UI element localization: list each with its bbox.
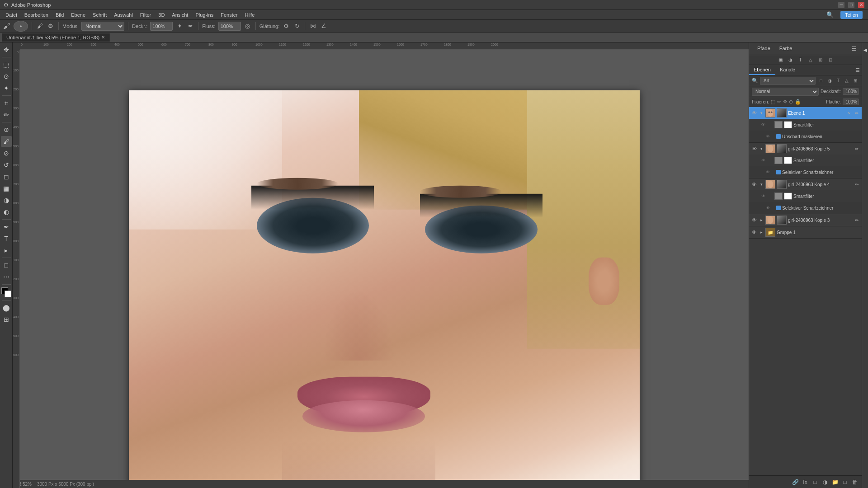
lock-transparent-icon[interactable]: ⬚ — [771, 99, 775, 105]
deckraft-input[interactable] — [150, 22, 173, 31]
menu-auswahl[interactable]: Auswahl — [110, 11, 137, 19]
canvas-document[interactable] — [129, 90, 640, 481]
layer-edit-ebene1[interactable]: ✏ — [854, 110, 860, 116]
symmetry-icon[interactable]: ⋈ — [309, 22, 317, 30]
fluss-input[interactable] — [218, 22, 241, 31]
menu-schrift[interactable]: Schrift — [89, 11, 110, 19]
collapse-button[interactable]: ◀ — [860, 44, 868, 55]
filter-adjustment-icon[interactable]: ◑ — [787, 56, 794, 64]
menu-ansicht[interactable]: Ansicht — [168, 11, 192, 19]
lock-pixels-icon[interactable]: ✏ — [777, 99, 781, 105]
blur-tool[interactable]: ◑ — [1, 195, 12, 206]
layer-fx-ebene1[interactable]: fx — [846, 110, 852, 116]
filter-text-icon[interactable]: T — [797, 56, 804, 64]
tab-ebenen[interactable]: Ebenen — [749, 65, 775, 75]
link-layers-button[interactable]: 🔗 — [791, 478, 799, 486]
fluss-icon[interactable]: ◎ — [244, 22, 252, 30]
layer-item-smartfilter3[interactable]: 👁 Smartfilter — [749, 190, 862, 202]
visibility-girl5[interactable]: 👁 — [751, 145, 757, 152]
visibility-girl4[interactable]: 👁 — [751, 181, 757, 188]
deckkraft-input[interactable] — [843, 88, 859, 95]
angle-icon[interactable]: ∠ — [320, 22, 328, 30]
path-select-tool[interactable]: ▸ — [1, 245, 12, 256]
tab-farbe[interactable]: Farbe — [775, 44, 797, 54]
layer-edit-girl4[interactable]: ✏ — [854, 181, 860, 188]
visibility-unscharf[interactable]: 👁 — [764, 133, 771, 140]
filter-adjust-toggle[interactable]: ◑ — [826, 77, 833, 84]
menu-filter[interactable]: Filter — [137, 11, 155, 19]
filter-pixel-toggle[interactable]: □ — [817, 77, 825, 84]
document-tab-close[interactable]: ✕ — [101, 35, 105, 40]
delete-layer-button[interactable]: 🗑 — [851, 478, 859, 486]
panel-menu-icon[interactable]: ☰ — [850, 45, 858, 53]
layer-item-gruppe1[interactable]: 👁 ▸ 📁 Gruppe 1 — [749, 226, 862, 238]
expand-ebene1[interactable]: ▾ — [759, 110, 764, 116]
crop-tool[interactable]: ⌗ — [1, 98, 12, 108]
tab-kanale[interactable]: Kanäle — [775, 65, 800, 75]
expand-girl5[interactable]: ▾ — [759, 146, 764, 151]
menu-bearbeiten[interactable]: Bearbeiten — [21, 11, 52, 19]
expand-gruppe1[interactable]: ▸ — [759, 230, 764, 235]
visibility-selektiv2[interactable]: 👁 — [764, 205, 771, 211]
layer-style-button[interactable]: fx — [801, 478, 809, 486]
close-button[interactable]: ✕ — [858, 2, 864, 8]
layer-item-smartfilter2[interactable]: 👁 Smartfilter — [749, 155, 862, 166]
share-button[interactable]: Teilen — [840, 11, 863, 19]
lock-artboard-icon[interactable]: ⊕ — [789, 99, 793, 105]
eyedropper-tool[interactable]: ✏ — [1, 109, 12, 120]
maximize-button[interactable]: □ — [848, 2, 854, 8]
filter-type-select[interactable]: Art — [760, 77, 816, 85]
minimize-button[interactable]: ─ — [838, 2, 844, 8]
menu-3d[interactable]: 3D — [155, 11, 168, 19]
layer-item-selektiv2[interactable]: 👁 Selektiver Scharfzeichner — [749, 202, 862, 214]
document-tab[interactable]: Unbenannt-1 bei 53,5% (Ebene 1, RGB/8) ✕ — [2, 33, 110, 42]
glattung-settings-icon[interactable]: ⚙ — [282, 22, 290, 30]
foreground-color[interactable] — [1, 287, 11, 297]
heal-tool[interactable]: ⊕ — [1, 124, 12, 135]
tab-pfade[interactable]: Pfade — [753, 44, 775, 54]
brush-tool[interactable]: 🖌 — [1, 136, 12, 147]
filter-kind-icon[interactable]: ▣ — [777, 56, 784, 64]
quick-mask-tool[interactable]: ⬤ — [1, 302, 12, 313]
visibility-ebene1[interactable]: 👁 — [751, 110, 757, 116]
visibility-selektiv1[interactable]: 👁 — [764, 169, 771, 175]
lock-position-icon[interactable]: ✥ — [783, 99, 787, 105]
lasso-tool[interactable]: ⊙ — [1, 71, 12, 82]
blend-mode-select[interactable]: Normal Multiplizieren Weiches Licht — [752, 88, 819, 96]
menu-fenster[interactable]: Fenster — [217, 11, 241, 19]
new-layer-button[interactable]: □ — [841, 478, 849, 486]
layer-item-girl5[interactable]: 👁 ▾ girl-2406963 Kopie 5 ✏ — [749, 143, 862, 155]
menu-datei[interactable]: Datei — [2, 11, 21, 19]
visibility-gruppe1[interactable]: 👁 — [751, 229, 757, 235]
screen-mode-tool[interactable]: ⊞ — [1, 314, 12, 325]
brush-settings-icon[interactable]: ⚙ — [47, 22, 55, 30]
pen-tool[interactable]: ✒ — [1, 221, 12, 232]
menu-bild[interactable]: Bild — [52, 11, 67, 19]
dodge-tool[interactable]: ◐ — [1, 206, 12, 217]
visibility-smartfilter2[interactable]: 👁 — [760, 157, 766, 164]
adjustment-layer-button[interactable]: ◑ — [821, 478, 829, 486]
visibility-smartfilter3[interactable]: 👁 — [760, 193, 766, 199]
layer-item-smartfilter1[interactable]: 👁 Smartfilter — [749, 119, 862, 131]
clone-tool[interactable]: ⊘ — [1, 148, 12, 159]
filter-smart-icon[interactable]: ⊞ — [817, 56, 824, 64]
filter-shape-toggle[interactable]: △ — [843, 77, 850, 84]
deckraft-airbrush-icon[interactable]: ✦ — [175, 22, 184, 30]
flache-input[interactable] — [843, 99, 859, 105]
layer-item-selektiv1[interactable]: 👁 Selektiver Scharfzeichner — [749, 166, 862, 178]
visibility-girl3[interactable]: 👁 — [751, 217, 757, 223]
layers-menu-icon[interactable]: ☰ — [854, 66, 862, 74]
history-brush-tool[interactable]: ↺ — [1, 160, 12, 170]
visibility-smartfilter1[interactable]: 👁 — [760, 122, 766, 128]
layer-edit-girl3[interactable]: ✏ — [854, 217, 860, 223]
gradient-tool[interactable]: ▦ — [1, 183, 12, 194]
3d-tool[interactable]: ⋯ — [1, 272, 12, 282]
menu-ebene[interactable]: Ebene — [67, 11, 89, 19]
text-tool[interactable]: T — [1, 233, 12, 244]
modus-select[interactable]: Normal Multiplizieren Abwedeln — [81, 22, 124, 31]
eraser-tool[interactable]: ◻ — [1, 171, 12, 182]
shape-tool[interactable]: □ — [1, 260, 12, 271]
marquee-tool[interactable]: ⬚ — [1, 59, 12, 70]
brush-preset-icon[interactable]: 🖌 — [36, 22, 44, 30]
expand-girl3[interactable]: ▸ — [759, 217, 764, 223]
